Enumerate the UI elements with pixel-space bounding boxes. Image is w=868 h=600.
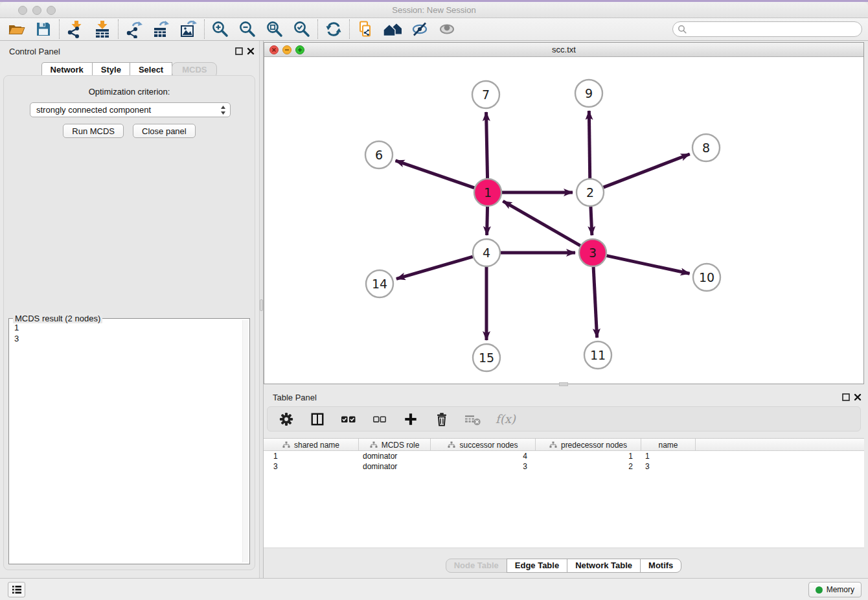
float-table-panel-icon[interactable] <box>841 393 851 403</box>
trash-icon <box>435 412 449 426</box>
table-cell[interactable]: dominator <box>359 461 431 472</box>
table-cell[interactable]: 4 <box>431 451 536 461</box>
export-image-button[interactable] <box>175 19 202 40</box>
result-scrollbar[interactable] <box>242 320 248 562</box>
import-network-button[interactable] <box>62 19 89 40</box>
table-panel-header: Table Panel <box>264 391 864 405</box>
memory-button[interactable]: Memory <box>808 582 862 597</box>
export-network-button[interactable] <box>120 19 148 40</box>
network-window-title: scc.txt <box>264 45 863 54</box>
copy-network-document-button[interactable] <box>352 19 379 40</box>
optimization-criterion-label: Optimization criterion: <box>4 87 255 97</box>
mcds-action-buttons: Run MCDS Close panel <box>4 124 255 138</box>
graph-edge-2-8[interactable] <box>604 154 690 187</box>
graph-edge-2-3[interactable] <box>591 207 592 235</box>
main-toolbar <box>0 18 868 41</box>
home-view-button[interactable] <box>379 19 406 40</box>
table-panel-title: Table Panel <box>273 393 317 402</box>
refresh-view-button[interactable] <box>320 19 347 40</box>
graph-edge-1-6[interactable] <box>396 161 475 188</box>
tab-edge-table[interactable]: Edge Table <box>507 559 567 573</box>
column-header-predecessor-nodes[interactable]: predecessor nodes <box>536 439 641 451</box>
column-type-icon <box>448 441 455 448</box>
import-table-icon <box>93 20 111 38</box>
hide-graphics-details-button[interactable] <box>406 19 433 40</box>
column-header-MCDS-role[interactable]: MCDS role <box>359 439 431 451</box>
network-window-resize-grip[interactable] <box>559 382 568 386</box>
graph-edge-3-10[interactable] <box>607 256 690 274</box>
criterion-dropdown[interactable]: strongly connected component <box>30 102 231 117</box>
column-header-label: name <box>658 441 678 450</box>
table-cell[interactable]: 2 <box>536 461 641 472</box>
mcds-result-box: MCDS result (2 nodes) 1 3 <box>8 318 250 564</box>
column-header-shared-name[interactable]: shared name <box>264 439 359 451</box>
table-cell[interactable]: dominator <box>359 451 431 461</box>
delete-table-button[interactable] <box>464 410 481 429</box>
graph-edge-3-11[interactable] <box>593 267 597 338</box>
graph-edge-1-7[interactable] <box>486 112 488 178</box>
column-header-name[interactable]: name <box>641 439 696 451</box>
window-titlebar[interactable]: Session: New Session <box>0 2 868 18</box>
column-header-successor-nodes[interactable]: successor nodes <box>431 439 536 451</box>
zoom-out-button[interactable] <box>234 19 261 40</box>
show-graphics-details-button[interactable] <box>433 19 461 40</box>
function-builder-button[interactable]: f(x) <box>496 410 516 429</box>
toolbar-separator <box>349 19 350 39</box>
table-cell[interactable]: 1 <box>641 451 696 461</box>
table-cell[interactable]: 3 <box>264 461 359 472</box>
tab-motifs[interactable]: Motifs <box>640 559 681 573</box>
table-row[interactable]: 1dominator411 <box>264 451 864 461</box>
add-row-button[interactable] <box>402 410 419 429</box>
search-input[interactable] <box>689 23 862 36</box>
table-cell[interactable]: 3 <box>641 461 696 472</box>
open-session-button[interactable] <box>3 19 30 40</box>
graph-node-label-3: 3 <box>589 246 597 260</box>
refresh-icon <box>325 20 343 38</box>
table-cell[interactable]: 1 <box>264 451 359 461</box>
graph-edge-4-14[interactable] <box>396 257 473 279</box>
tab-node-table[interactable]: Node Table <box>446 559 507 573</box>
memory-status-icon <box>816 586 823 594</box>
delete-table-icon <box>464 412 481 426</box>
graph-edge-1-4[interactable] <box>487 207 488 235</box>
zoom-selected-button[interactable] <box>288 19 315 40</box>
table-settings-button[interactable] <box>278 410 295 429</box>
table-panel: Table Panel f(x) shared nameMCDS rolesuc… <box>264 387 864 574</box>
close-panel-icon[interactable] <box>246 47 255 57</box>
export-table-button[interactable] <box>148 19 175 40</box>
copy-document-icon <box>356 20 374 38</box>
table-cell[interactable]: 1 <box>536 451 641 461</box>
graph-edge-3-1[interactable] <box>503 201 580 246</box>
import-table-button[interactable] <box>89 19 116 40</box>
zoom-in-button[interactable] <box>207 19 234 40</box>
graph-node-label-11: 11 <box>590 348 606 362</box>
network-window-titlebar[interactable]: scc.txt <box>264 43 863 57</box>
close-table-panel-icon[interactable] <box>852 393 862 403</box>
close-panel-button[interactable]: Close panel <box>133 124 196 138</box>
save-session-button[interactable] <box>30 19 57 40</box>
task-history-button[interactable] <box>8 582 25 597</box>
panel-splitter[interactable] <box>259 41 264 578</box>
delete-row-button[interactable] <box>433 410 450 429</box>
zoom-fit-button[interactable] <box>261 19 288 40</box>
column-type-icon <box>549 441 557 448</box>
run-mcds-button[interactable]: Run MCDS <box>63 124 124 138</box>
search-box[interactable] <box>672 21 862 37</box>
application-window: Session: New Session Control Panel <box>0 0 868 600</box>
deselect-all-columns-button[interactable] <box>371 410 388 429</box>
checked-boxes-icon <box>341 412 356 426</box>
homes-icon <box>383 20 402 38</box>
float-panel-icon[interactable] <box>234 47 244 57</box>
show-column-panel-button[interactable] <box>309 410 326 429</box>
export-table-icon <box>152 20 170 38</box>
tab-network-table[interactable]: Network Table <box>567 559 641 573</box>
table-row[interactable]: 3dominator323 <box>264 461 864 472</box>
graph-node-label-8: 8 <box>702 141 710 155</box>
splitter-grip[interactable] <box>260 299 263 311</box>
table-body: 1dominator4113dominator323 <box>264 451 864 472</box>
function-builder-icon: f(x) <box>496 412 516 426</box>
select-all-columns-button[interactable] <box>340 410 357 429</box>
graph-edge-2-9[interactable] <box>589 111 589 178</box>
table-cell[interactable]: 3 <box>431 461 536 472</box>
network-canvas[interactable]: 1234678910111415 <box>264 57 863 384</box>
